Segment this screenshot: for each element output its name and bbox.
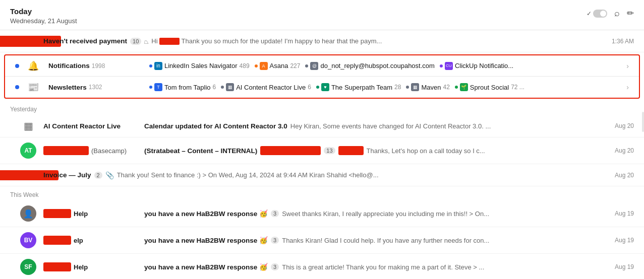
toggle-track[interactable] (593, 10, 607, 18)
superpath-dot (316, 86, 319, 89)
notif-item-hubspot: @ do_not_reply@hubspot.coupahost.com (305, 62, 434, 70)
sprout-count: 72 ... (511, 84, 524, 91)
notif-item-linkedin: in LinkedIn Sales Navigator 489 (149, 62, 250, 70)
newsletter-item-maven: ▦ Maven 42 (406, 83, 449, 91)
email-row-week-1[interactable]: 👤 Help you have a new HaB2BW response 🥳 … (0, 200, 644, 227)
sender-count: 1998 (92, 62, 105, 69)
notif-item-asana: A Asana 227 (255, 62, 301, 70)
avatar-y3 (19, 170, 37, 180)
subject: Haven't received payment (43, 37, 127, 45)
sender-area-w1: Help (43, 209, 144, 218)
sender-rect-w3 (43, 262, 71, 271)
subject-w2: you have a new HaB2BW response 🥳 (144, 236, 268, 244)
hubspot-icon: @ (310, 62, 318, 70)
clickup-icon: CU (445, 62, 453, 70)
newsletter-item-superpath: ♥ The Superpath Team 28 (316, 83, 401, 91)
newsletter-label: Newsletters (48, 84, 87, 91)
email-row-yesterday-1[interactable]: ▦ AI Content Reactor Live Calendar updat… (0, 115, 644, 137)
badge-y3: 2 (94, 172, 102, 179)
header-subtitle: Wednesday, 21 August (10, 17, 77, 25)
hubspot-name: do_not_reply@hubspot.coupahost.com (320, 62, 434, 69)
avatar-circle-w3: SF (20, 259, 36, 275)
msg-rect2-y2 (338, 146, 364, 155)
message-area-w3: you have a new HaB2BW response 🥳 3 This … (144, 263, 610, 271)
taplio-dot (149, 86, 152, 89)
newsletter-item-sprout: 🌱 Sprout Social 72 ... (455, 83, 524, 91)
bell-icon: 🔔 (28, 60, 39, 72)
sender-label: Notifications (48, 62, 90, 69)
notif-sub-items: in LinkedIn Sales Navigator 489 A Asana … (149, 62, 624, 70)
chevron-right-icon: › (626, 62, 629, 70)
superpath-count: 28 (394, 84, 401, 91)
email-row-week-2[interactable]: BV elp you have a new HaB2BW response 🥳 … (0, 227, 644, 254)
badge-w3: 3 (271, 263, 279, 270)
maven-dot (406, 86, 409, 89)
asana-name: Asana (270, 62, 288, 69)
timestamp-w2: Aug 19 (615, 237, 634, 244)
linkedin-count: 489 (240, 62, 250, 69)
notif-newsletters-group: 🔔 Notifications 1998 in LinkedIn Sales N… (4, 54, 640, 99)
no-dot-y1 (10, 124, 14, 128)
message-area-y3: Invoice — July 2 📎 Thank you! Sent to fi… (43, 171, 610, 179)
ai-name: AI Content Reactor Live (236, 84, 306, 91)
asana-dot (255, 64, 258, 67)
avatar-w1: 👤 (19, 205, 37, 222)
preview-y1: Hey Kiran, Some events have changed for … (290, 122, 491, 130)
notifications-row[interactable]: 🔔 Notifications 1998 in LinkedIn Sales N… (5, 55, 639, 77)
yesterday-label: Yesterday (0, 101, 644, 115)
sender-area: Notifications 1998 (48, 62, 149, 69)
email-row-today-1[interactable]: Haven't received payment 10 ⏢ Hi Thank y… (0, 30, 644, 52)
toggle-icon[interactable]: ✓ (587, 10, 607, 18)
email-row-week-3[interactable]: SF Help you have a new HaB2BW response 🥳… (0, 254, 644, 279)
message-area-w1: you have a new HaB2BW response 🥳 3 Sweet… (144, 210, 610, 218)
unread-dot-newsletters (15, 85, 19, 89)
timestamp-y3: Aug 20 (615, 172, 634, 179)
subject-y2: (Stratabeat – Content – INTERNAL) (144, 147, 257, 155)
preview-y2: Thanks, Let's hop on a call today so I c… (367, 147, 485, 155)
header-actions: ✓ ⌕ ✏ (587, 8, 634, 19)
email-row-yesterday-2[interactable]: AT (Basecamp) (Stratabeat – Content – IN… (0, 137, 644, 164)
timestamp-w1: Aug 19 (615, 210, 634, 217)
avatar-at: AT (19, 143, 37, 159)
avatar-w3: SF (19, 259, 37, 275)
compose-icon[interactable]: ✏ (627, 8, 634, 19)
no-dot-w2 (10, 238, 14, 242)
asana-icon: A (260, 62, 268, 70)
subject-w1: you have a new HaB2BW response 🥳 (144, 210, 268, 218)
newsletter-sub-items: T Tom from Taplio 6 ▦ AI Content Reactor… (149, 83, 624, 91)
search-icon[interactable]: ⌕ (614, 8, 620, 19)
clip-icon-y3: 📎 (105, 171, 114, 179)
newsletters-row[interactable]: 📰 Newsletters 1302 T Tom from Taplio 6 ▦… (5, 77, 639, 98)
message-area: Haven't received payment 10 ⏢ Hi Thank y… (43, 37, 607, 45)
subject-w3: you have a new HaB2BW response 🥳 (144, 263, 268, 271)
unread-dot (15, 64, 19, 68)
sender-suffix-w1: Help (74, 210, 88, 218)
subject-y3: Invoice — July (43, 171, 91, 179)
avatar-circle-w1: 👤 (20, 205, 36, 222)
sender-rect-y2 (43, 146, 89, 155)
grid-icon: ▦ (24, 120, 33, 132)
no-dot-w3 (10, 265, 14, 269)
sprout-name: Sprout Social (470, 84, 509, 91)
ai-icon: ▦ (226, 83, 234, 91)
sender-suffix-w3: Help (74, 263, 88, 271)
subject-y1: Calendar updated for AI Content Reactor … (144, 122, 287, 130)
newsletter-item-taplio: T Tom from Taplio 6 (149, 83, 216, 91)
preview-y3: Thank you! Sent to finance :) > On Wed, … (117, 171, 379, 179)
badge-w2: 3 (271, 237, 279, 244)
linkedin-icon: in (154, 62, 162, 70)
sprout-dot (455, 86, 458, 89)
email-row-yesterday-3[interactable]: Invoice — July 2 📎 Thank you! Sent to fi… (0, 164, 644, 186)
superpath-name: The Superpath Team (331, 84, 392, 91)
sender-area-w3: Help (43, 262, 144, 271)
newspaper-icon: 📰 (28, 82, 39, 93)
ai-count: 6 (308, 84, 311, 91)
scrollbar[interactable] (642, 112, 644, 132)
hubspot-dot (305, 64, 308, 67)
sender-area-w2: elp (43, 236, 144, 245)
header-title: Today (10, 7, 77, 16)
linkedin-name: LinkedIn Sales Navigator (164, 62, 238, 69)
linkedin-dot (149, 64, 152, 67)
newsletter-count: 1302 (89, 84, 102, 91)
taplio-icon: T (154, 83, 162, 91)
